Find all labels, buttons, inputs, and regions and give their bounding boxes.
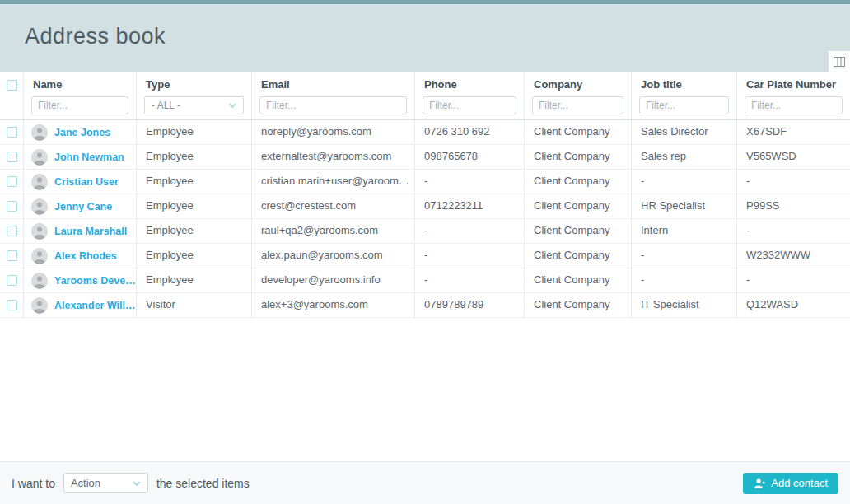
row-checkbox[interactable] xyxy=(7,250,17,261)
row-checkbox-cell xyxy=(0,219,24,243)
name-filter-input[interactable] xyxy=(31,96,128,114)
phone-cell: 0712223211 xyxy=(415,194,525,218)
row-checkbox[interactable] xyxy=(7,275,17,286)
job-title-cell: - xyxy=(632,244,737,268)
row-checkbox[interactable] xyxy=(7,201,17,212)
contact-name-link[interactable]: Jane Jones xyxy=(54,127,110,138)
company-cell: Client Company xyxy=(525,120,632,144)
user-plus-icon xyxy=(754,478,765,488)
email-cell: externaltest@yarooms.com xyxy=(252,145,415,169)
type-cell: Employee xyxy=(137,145,252,169)
job-title-cell: IT Specialist xyxy=(632,293,737,317)
table-row: Jane Jones Employee noreply@yarooms.com … xyxy=(0,120,850,145)
user-avatar-icon xyxy=(31,124,48,141)
type-filter-select[interactable]: - ALL - xyxy=(144,96,244,114)
phone-filter-input[interactable] xyxy=(423,96,516,114)
column-job-title: Job title xyxy=(632,72,737,119)
type-cell: Visitor xyxy=(137,293,252,317)
row-checkbox[interactable] xyxy=(7,226,17,236)
email-cell: cristian.marin+user@yarooms.com xyxy=(252,170,415,194)
phone-cell: - xyxy=(415,268,525,292)
column-header-job-title: Job title xyxy=(641,78,736,91)
user-avatar-icon xyxy=(31,223,48,240)
table-row: Jenny Cane Employee crest@crestest.com 0… xyxy=(0,194,850,219)
email-cell: alex.paun@yarooms.com xyxy=(252,244,415,268)
user-avatar-icon xyxy=(31,149,48,166)
contact-name-link[interactable]: Alexander William xyxy=(54,300,136,311)
job-title-cell: Sales rep xyxy=(632,145,737,169)
contact-name-link[interactable]: Cristian User xyxy=(54,176,119,188)
email-filter-input[interactable] xyxy=(259,96,407,114)
row-checkbox[interactable] xyxy=(7,152,17,162)
row-checkbox-cell xyxy=(0,268,24,292)
column-header-name: Name xyxy=(33,78,136,91)
car-plate-cell: X67SDF xyxy=(737,120,850,144)
table-body: Jane Jones Employee noreply@yarooms.com … xyxy=(0,120,850,318)
row-checkbox[interactable] xyxy=(7,127,17,138)
car-plate-cell: - xyxy=(737,268,850,292)
email-cell: developer@yarooms.info xyxy=(252,268,415,292)
email-cell: raul+qa2@yarooms.com xyxy=(252,219,415,243)
company-filter-input[interactable] xyxy=(532,96,623,114)
table-row: John Newman Employee externaltest@yaroom… xyxy=(0,145,850,170)
car-plate-cell: V565WSD xyxy=(737,145,850,169)
column-header-company: Company xyxy=(534,78,631,91)
car-plate-filter-input[interactable] xyxy=(745,96,843,114)
column-header-type: Type xyxy=(146,78,251,91)
company-cell: Client Company xyxy=(525,194,632,218)
car-plate-cell: - xyxy=(737,170,850,194)
user-avatar-icon xyxy=(31,174,48,190)
type-cell: Employee xyxy=(137,268,252,292)
select-all-cell xyxy=(0,72,24,119)
contact-name-link[interactable]: Yarooms Developer xyxy=(54,275,136,287)
page-header: Address book xyxy=(0,4,850,72)
job-title-cell: Intern xyxy=(632,219,737,243)
row-checkbox-cell xyxy=(0,194,24,218)
type-cell: Employee xyxy=(137,170,252,194)
table-row: Yarooms Developer Employee developer@yar… xyxy=(0,268,850,293)
phone-cell: - xyxy=(415,244,525,268)
email-cell: crest@crestest.com xyxy=(252,194,415,218)
page-title: Address book xyxy=(0,4,850,49)
row-checkbox-cell xyxy=(0,244,24,268)
name-cell: Cristian User xyxy=(24,170,137,194)
contact-name-link[interactable]: Laura Marshall xyxy=(54,226,127,237)
type-cell: Employee xyxy=(137,244,252,268)
company-cell: Client Company xyxy=(525,170,632,194)
car-plate-cell: - xyxy=(737,219,850,243)
column-company: Company xyxy=(525,72,632,119)
name-cell: Yarooms Developer xyxy=(24,268,137,292)
columns-icon xyxy=(834,57,845,67)
column-phone: Phone xyxy=(415,72,525,119)
contact-name-link[interactable]: John Newman xyxy=(54,152,124,163)
type-filter-value: - ALL - xyxy=(152,100,180,111)
job-title-cell: - xyxy=(632,170,737,194)
row-checkbox-cell xyxy=(0,120,24,144)
table-row: Cristian User Employee cristian.marin+us… xyxy=(0,170,850,194)
bulk-action-select[interactable]: Action xyxy=(63,473,148,493)
car-plate-cell: W2332WWW xyxy=(737,244,850,268)
name-cell: John Newman xyxy=(24,145,137,169)
row-checkbox-cell xyxy=(0,170,24,194)
name-cell: Alex Rhodes xyxy=(24,244,137,268)
add-contact-button[interactable]: Add contact xyxy=(743,473,838,494)
phone-cell: 098765678 xyxy=(415,145,525,169)
contacts-table: Name Type - ALL - Email Phone xyxy=(0,72,850,318)
columns-toggle-button[interactable] xyxy=(829,51,850,72)
column-header-email: Email xyxy=(261,78,414,91)
contact-name-link[interactable]: Jenny Cane xyxy=(54,201,112,212)
column-car-plate: Car Plate Number xyxy=(737,72,850,119)
bulk-action-suffix: the selected items xyxy=(156,477,250,490)
contact-name-link[interactable]: Alex Rhodes xyxy=(54,250,117,262)
user-avatar-icon xyxy=(31,297,48,314)
user-avatar-icon xyxy=(31,198,48,215)
name-cell: Jane Jones xyxy=(24,120,137,144)
job-title-filter-input[interactable] xyxy=(639,96,729,114)
bulk-action-prefix: I want to xyxy=(12,477,55,490)
select-all-checkbox[interactable] xyxy=(7,80,17,91)
chevron-down-icon xyxy=(228,103,236,108)
row-checkbox[interactable] xyxy=(7,176,17,187)
row-checkbox[interactable] xyxy=(7,300,17,310)
type-cell: Employee xyxy=(137,120,252,144)
chevron-down-icon xyxy=(133,481,141,486)
